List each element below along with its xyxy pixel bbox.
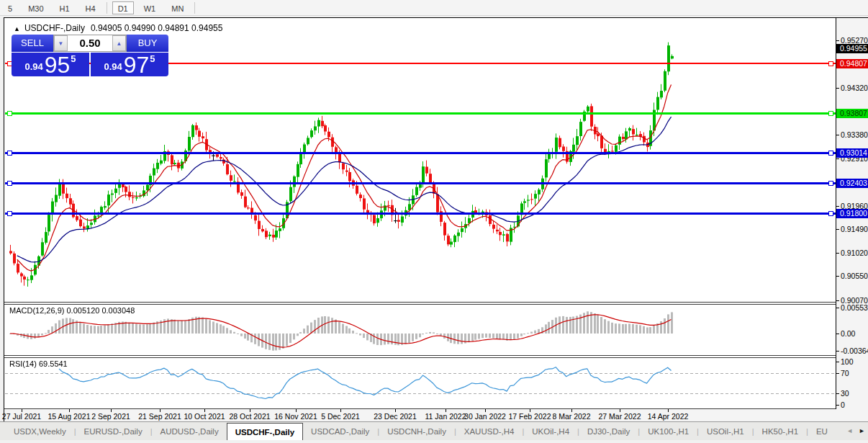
price-tick [836,276,839,277]
macd-tick-label: 0.00 [841,329,855,338]
red-line-price-box: 0.94807 [836,59,868,68]
macd-tick-label: -0.00364 [841,346,868,355]
support-line-blue-3[interactable] [5,212,836,215]
green-line-price-box: 0.93807 [836,109,868,118]
lot-size-input[interactable]: 0.50 [68,35,112,51]
price-tick-label: 0.90550 [841,272,868,280]
rsi-tick-label: 70 [841,369,849,377]
date-label: 11 Jan 2022 [425,412,466,421]
tab-scroll-left-icon[interactable]: ◄ [846,427,853,434]
date-label: 15 Aug 2021 [48,412,91,421]
bid-price-display[interactable]: 0.94955 [12,53,89,76]
pane-separator[interactable] [4,355,868,356]
timeframe-button-h1[interactable]: H1 [54,1,76,14]
lot-increase-button[interactable]: ▲ [112,35,126,51]
timeframe-button-d1[interactable]: D1 [112,1,134,14]
mt4-terminal: 5M30H1H4D1W1MN ▲USDCHF-,Daily0.94905 0.9… [0,0,868,443]
date-label: 28 Oct 2021 [229,412,270,421]
timeframe-button-h4[interactable]: H4 [80,1,101,14]
timeframe-button-m30[interactable]: M30 [22,1,49,14]
price-tick [836,229,839,230]
support-line-blue-2-left-handle[interactable] [7,181,12,186]
tab-usdchf-daily[interactable]: USDCHF-,Daily [227,423,303,440]
rsi-canvas[interactable] [5,358,836,408]
support-line-green-right-handle[interactable] [828,111,833,116]
tab-hk50-h1[interactable]: HK50-,H1 [754,422,807,440]
rsi-label: RSI(14) 69.5541 [9,359,68,368]
price-tick-label: 0.95270 [841,36,868,45]
date-label: 23 Dec 2021 [374,412,417,421]
macd-tick [836,351,839,352]
tab-scroll-right-icon[interactable]: ► [859,427,865,434]
tab-audusd-daily[interactable]: AUDUSD-,Daily [153,422,227,440]
date-label: 2 Sep 2021 [91,412,130,421]
price-tick-label: 0.93380 [841,130,868,139]
ask-prefix: 0.94 [104,61,122,72]
date-label: 27 Mar 2022 [599,412,641,421]
one-click-trade-panel: SELL ▼ 0.50 ▲ BUY 0.94955 0.94975 [12,35,168,76]
support-line-blue-1-right-handle[interactable] [828,151,833,156]
rsi-tick [836,373,839,374]
support-line-blue-3-left-handle[interactable] [7,211,12,216]
support-line-green[interactable] [5,112,836,115]
buy-button[interactable]: BUY [127,35,168,52]
ask-pipette: 5 [150,53,155,64]
price-tick [836,300,839,301]
timeframe-toolbar: 5M30H1H4D1W1MN [0,0,868,16]
rsi-value: 69.5541 [39,359,68,368]
rsi-tick [836,362,839,362]
tab-uk100-h1[interactable]: UK100-,H1 [640,422,697,440]
timeframe-button-mn[interactable]: MN [166,1,189,14]
tab-xauusd-h4[interactable]: XAUUSD-,H4 [456,422,523,440]
chart-ohlc-values: 0.94905 0.94990 0.94891 0.94955 [91,23,223,33]
price-tick-label: 0.94320 [841,84,868,92]
macd-tick-label: 0.005537 [841,303,868,312]
lot-decrease-button[interactable]: ▼ [54,35,68,51]
chart-tab-bar: USDX,Weekly|EURUSD-,Daily|AUDUSD-,DailyU… [0,421,868,440]
tab-scroll-arrows: ◄ ► [846,421,865,440]
collapse-triangle-icon[interactable]: ▲ [14,25,20,32]
date-label: 14 Apr 2022 [648,412,689,421]
date-label: 10 Oct 2021 [184,412,225,421]
date-axis[interactable]: 27 Jul 202115 Aug 20212 Sep 202121 Sep 2… [4,409,868,422]
rsi-tick-label: 100 [841,357,854,366]
resistance-line-red-right-handle[interactable] [828,61,833,66]
date-label: 17 Feb 2022 [509,412,551,421]
ask-big-digits: 97 [124,55,150,74]
rsi-tick-label: 0 [841,401,845,409]
macd-tick [836,308,839,308]
pane-separator[interactable] [4,302,868,303]
sell-button[interactable]: SELL [12,35,53,52]
tab-ukoil-h4[interactable]: UKOil-,H4 [524,422,577,440]
date-label: 5 Dec 2021 [321,412,360,421]
price-tick [836,206,839,207]
price-tick [836,135,839,135]
tab-eu[interactable]: EU [808,422,836,440]
support-line-blue-2[interactable] [5,182,836,184]
date-label: 21 Sep 2021 [138,412,181,421]
timeframe-button-5[interactable]: 5 [2,1,18,14]
toolbar-separator [107,2,107,14]
timeframe-button-w1[interactable]: W1 [138,1,162,14]
tab-eurusd-daily[interactable]: EURUSD-,Daily [76,422,150,440]
price-tick [836,158,839,159]
price-tick-label: 0.91020 [841,249,868,257]
tab-usdx-weekly[interactable]: USDX,Weekly [6,422,74,440]
macd-tick [836,334,839,334]
chart-title: ▲USDCHF-,Daily0.94905 0.94990 0.94891 0.… [14,23,222,33]
ask-price-display[interactable]: 0.94975 [91,53,168,76]
support-line-blue-1[interactable] [5,152,836,154]
tab-usdcnh-daily[interactable]: USDCNH-,Daily [379,422,454,440]
tab-dj30-daily[interactable]: DJ30-,Daily [579,422,638,440]
support-line-green-left-handle[interactable] [7,111,12,116]
price-pane[interactable]: ▲USDCHF-,Daily0.94905 0.94990 0.94891 0.… [4,18,868,302]
bid-big-digits: 95 [45,55,71,74]
support-line-blue-3-right-handle[interactable] [828,211,833,216]
price-tick [836,88,839,89]
support-line-blue-2-right-handle[interactable] [828,181,833,186]
tab-usoil-h1[interactable]: USOil-,H1 [699,422,752,440]
blue-line-price-3-box: 0.91800 [836,209,868,218]
tab-usdcad-daily[interactable]: USDCAD-,Daily [303,422,377,440]
blue-line-price-2-box: 0.92403 [836,179,868,188]
support-line-blue-1-left-handle[interactable] [7,151,12,156]
